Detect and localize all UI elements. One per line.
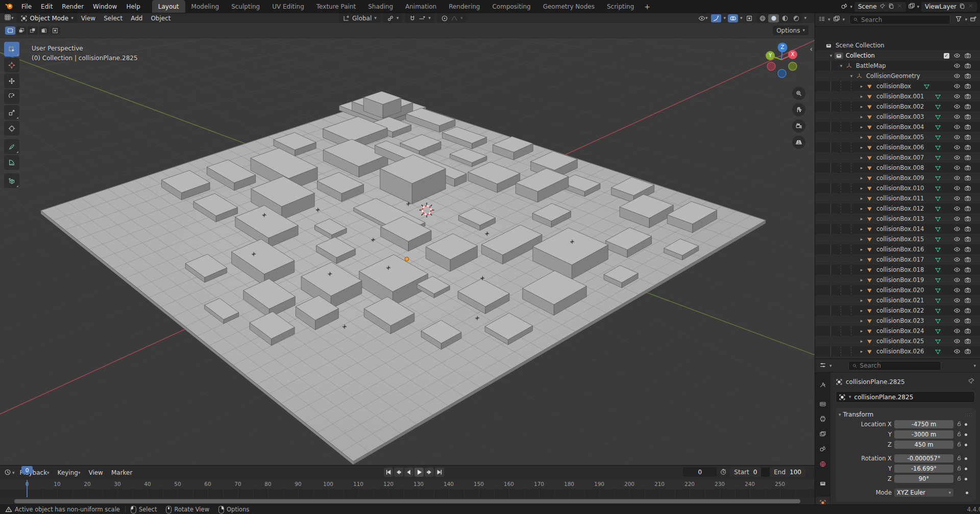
animate-dot[interactable] bbox=[965, 433, 967, 436]
outliner-search-input[interactable]: Search bbox=[849, 15, 950, 24]
filter-type-icon[interactable] bbox=[833, 15, 840, 24]
tree-item-collisionbox-001[interactable]: ▸collisionBox.001 bbox=[815, 91, 980, 101]
animate-dot[interactable] bbox=[965, 423, 967, 426]
properties-display-chevron-icon[interactable]: ▾ bbox=[829, 364, 832, 368]
tree-item-collisionbox-026[interactable]: ▸collisionBox.026 bbox=[815, 346, 980, 356]
tree-item-collisionbox-014[interactable]: ▸collisionBox.014 bbox=[815, 224, 980, 234]
viewport-menu-object[interactable]: Object bbox=[146, 15, 175, 22]
hide-eye-toggle[interactable] bbox=[953, 153, 961, 162]
disable-render-toggle[interactable] bbox=[964, 347, 972, 355]
lock-icon[interactable] bbox=[956, 421, 962, 428]
hide-eye-toggle[interactable] bbox=[953, 225, 961, 233]
timeline-menu-keying[interactable]: Keying ▾ bbox=[54, 469, 85, 476]
gizmo-chevron-icon[interactable]: ▾ bbox=[723, 16, 726, 20]
viewport-menu-select[interactable]: Select bbox=[100, 15, 127, 22]
tree-item-battlemap[interactable]: ▾BattleMap bbox=[815, 61, 980, 71]
hide-eye-toggle[interactable] bbox=[953, 306, 961, 315]
properties-tab-view-layer[interactable] bbox=[816, 427, 830, 440]
tree-item-collisiongeometry[interactable]: ▾CollisionGeometry bbox=[815, 71, 980, 81]
tree-expand-icon[interactable]: ▾ bbox=[827, 54, 835, 58]
properties-search-input[interactable]: Search bbox=[848, 361, 941, 371]
tree-expand-icon[interactable]: ▸ bbox=[858, 145, 865, 150]
new-collection-icon[interactable] bbox=[970, 15, 977, 24]
object-name-field[interactable]: ▾ collisionPlane.2825 bbox=[836, 391, 975, 403]
tree-item-collisionbox-003[interactable]: ▸collisionBox.003 bbox=[815, 112, 980, 122]
lock-icon[interactable] bbox=[956, 465, 962, 473]
tree-item-collisionbox-011[interactable]: ▸collisionBox.011 bbox=[815, 193, 980, 203]
disable-render-toggle[interactable] bbox=[964, 82, 972, 90]
hide-eye-toggle[interactable] bbox=[953, 276, 961, 284]
disable-render-toggle[interactable] bbox=[964, 153, 972, 162]
tree-item-collisionbox-015[interactable]: ▸collisionBox.015 bbox=[815, 234, 980, 244]
camera-view-button[interactable] bbox=[792, 119, 805, 133]
hide-eye-toggle[interactable] bbox=[953, 337, 961, 345]
properties-tab-tool[interactable] bbox=[816, 378, 830, 391]
overlays-chevron-icon[interactable]: ▾ bbox=[740, 16, 743, 20]
tree-item-collisionbox-025[interactable]: ▸collisionBox.025 bbox=[815, 336, 980, 346]
add-workspace-button[interactable]: + bbox=[640, 0, 654, 13]
hide-eye-toggle[interactable] bbox=[953, 82, 961, 90]
tree-expand-icon[interactable]: ▸ bbox=[858, 278, 865, 282]
tree-expand-icon[interactable]: ▸ bbox=[858, 115, 865, 119]
shading-solid-button[interactable] bbox=[768, 14, 779, 22]
disable-render-toggle[interactable] bbox=[964, 245, 972, 253]
properties-tab-collection[interactable] bbox=[816, 477, 830, 490]
disable-render-toggle[interactable] bbox=[964, 204, 972, 213]
scene-selector[interactable]: Scene bbox=[854, 2, 906, 12]
disable-render-toggle[interactable] bbox=[964, 296, 972, 304]
hide-eye-toggle[interactable] bbox=[953, 317, 961, 325]
workspace-tab-uv-editing[interactable]: UV Editing bbox=[266, 0, 310, 13]
hide-eye-toggle[interactable] bbox=[953, 72, 961, 80]
disable-render-toggle[interactable] bbox=[964, 133, 972, 141]
tree-expand-icon[interactable]: ▸ bbox=[858, 329, 865, 333]
shading-chevron-icon[interactable]: ▾ bbox=[804, 16, 806, 20]
disable-render-toggle[interactable] bbox=[964, 102, 972, 111]
tree-item-collisionbox-023[interactable]: ▸collisionBox.023 bbox=[815, 316, 980, 326]
hide-eye-toggle[interactable] bbox=[953, 204, 961, 213]
topbar-menu-window[interactable]: Window bbox=[88, 3, 121, 10]
workspace-tab-scripting[interactable]: Scripting bbox=[601, 0, 640, 13]
hide-eye-toggle[interactable] bbox=[953, 215, 961, 223]
hide-eye-toggle[interactable] bbox=[953, 164, 961, 172]
hide-eye-toggle[interactable] bbox=[953, 266, 961, 274]
hide-eye-toggle[interactable] bbox=[953, 286, 961, 294]
properties-display-icon[interactable] bbox=[819, 362, 826, 370]
prev-frame-button[interactable] bbox=[404, 468, 413, 477]
hide-eye-toggle[interactable] bbox=[953, 102, 961, 111]
hide-eye-toggle[interactable] bbox=[953, 133, 961, 141]
jump-last-button[interactable] bbox=[435, 468, 444, 477]
timeline-ruler[interactable]: 0102030405060708090100110120130140150160… bbox=[0, 480, 815, 489]
hide-eye-toggle[interactable] bbox=[953, 52, 961, 60]
tree-expand-icon[interactable]: ▸ bbox=[858, 349, 865, 354]
tool-select-box-button[interactable] bbox=[4, 42, 19, 57]
tree-expand-icon[interactable]: ▸ bbox=[858, 207, 865, 211]
pivot-point-dropdown[interactable]: ▾ bbox=[383, 13, 403, 23]
tree-item-collisionbox-018[interactable]: ▸collisionBox.018 bbox=[815, 265, 980, 275]
disable-render-toggle[interactable] bbox=[964, 143, 972, 151]
show-gizmo-toggle[interactable] bbox=[711, 14, 721, 22]
animate-dot[interactable] bbox=[966, 492, 968, 494]
tree-item-collisionbox-010[interactable]: ▸collisionBox.010 bbox=[815, 183, 980, 193]
filter-type-chevron-icon[interactable]: ▾ bbox=[843, 17, 845, 22]
hide-eye-toggle[interactable] bbox=[953, 255, 961, 264]
tree-expand-icon[interactable]: ▾ bbox=[848, 74, 855, 79]
tree-expand-icon[interactable]: ▸ bbox=[858, 196, 865, 201]
tool-annotate-button[interactable] bbox=[4, 139, 19, 154]
proportional-editing[interactable]: ▾ bbox=[437, 13, 467, 23]
hide-eye-toggle[interactable] bbox=[953, 174, 961, 182]
tool-cursor-button[interactable] bbox=[4, 58, 19, 72]
tree-item-collisionbox-013[interactable]: ▸collisionBox.013 bbox=[815, 214, 980, 224]
disable-render-toggle[interactable] bbox=[964, 184, 972, 192]
tree-item-collisionbox-016[interactable]: ▸collisionBox.016 bbox=[815, 244, 980, 254]
hide-eye-toggle[interactable] bbox=[953, 123, 961, 131]
properties-tab-world[interactable] bbox=[816, 457, 830, 470]
select-mode-set[interactable] bbox=[5, 27, 15, 35]
disable-render-toggle[interactable] bbox=[964, 123, 972, 131]
select-mode-intersect[interactable] bbox=[50, 27, 60, 35]
tree-item-collisionbox-020[interactable]: ▸collisionBox.020 bbox=[815, 285, 980, 295]
object-visibility-dropdown[interactable]: ▾ bbox=[697, 14, 709, 22]
disable-render-toggle[interactable] bbox=[964, 92, 972, 100]
play-button[interactable] bbox=[414, 468, 424, 477]
tool-transform-button[interactable] bbox=[4, 121, 19, 136]
disable-render-toggle[interactable] bbox=[964, 317, 972, 325]
